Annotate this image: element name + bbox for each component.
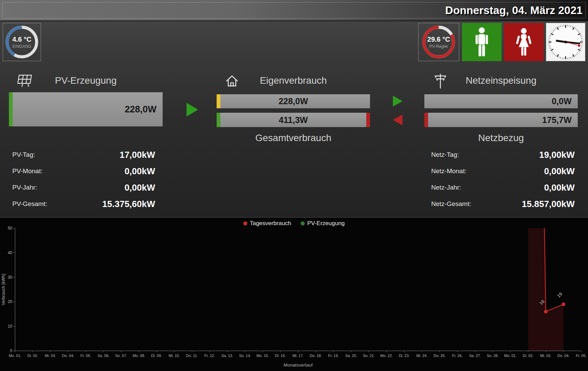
svg-text:Sa. 27.: Sa. 27.	[469, 354, 481, 358]
svg-text:Fr. 19.: Fr. 19.	[328, 354, 339, 358]
svg-text:10: 10	[8, 324, 13, 329]
header-date: Donnerstag, 04. März 2021	[445, 0, 583, 21]
svg-text:Fr. 05.: Fr. 05.	[576, 354, 586, 358]
pv-regler-gauge: 29.6 °C PV-Regler	[418, 23, 459, 61]
svg-text:Di. 23.: Di. 23.	[399, 354, 410, 358]
stat-row: PV-Monat: 0,00kW	[12, 163, 155, 180]
svg-text:So. 14.: So. 14.	[239, 354, 251, 358]
svg-text:So. 07.: So. 07.	[115, 354, 127, 358]
stat-label: Netz-Tag:	[431, 151, 459, 159]
flow-arrow-pv-to-house	[187, 103, 198, 116]
stat-value: 0,00kW	[124, 166, 155, 177]
feed-in-bar: 0,0W	[424, 94, 578, 108]
wc-men-button[interactable]	[462, 23, 502, 61]
svg-text:Mi. 03.: Mi. 03.	[45, 354, 56, 358]
input-temp-label: EINGANG	[12, 44, 31, 49]
stat-row: Netz-Jahr: 0,00kW	[431, 180, 575, 196]
grid-purchase-label: Netzbezug	[424, 133, 578, 143]
svg-text:Di. 16.: Di. 16.	[275, 354, 286, 358]
man-icon	[474, 27, 489, 57]
svg-text:Sa. 20.: Sa. 20.	[345, 354, 357, 358]
svg-text:50: 50	[8, 226, 13, 231]
svg-text:19: 19	[556, 291, 563, 299]
svg-text:Monatsverlauf: Monatsverlauf	[284, 362, 313, 368]
svg-text:Do. 11.: Do. 11.	[186, 354, 198, 358]
svg-text:Sa. 06.: Sa. 06.	[97, 354, 109, 358]
svg-text:20: 20	[8, 299, 13, 304]
stat-label: Netz-Monat:	[431, 167, 466, 175]
pv-power-bar: 228,0W	[9, 92, 163, 126]
grid-stats: Netz-Tag: 19,00kW Netz-Monat: 0,00kW Net…	[431, 147, 575, 212]
svg-text:Do. 25.: Do. 25.	[434, 354, 446, 358]
stat-value: 17,00kW	[120, 150, 155, 160]
pv-regler-value: 29.6 °C	[427, 36, 450, 43]
stat-row: PV-Gesamt: 15.375,60kW	[12, 196, 155, 212]
svg-text:Mi. 10.: Mi. 10.	[169, 354, 180, 358]
own-consumption-value: 228,0W	[217, 94, 370, 108]
svg-text:Mo. 01.: Mo. 01.	[9, 354, 22, 358]
svg-text:Di. 02.: Di. 02.	[27, 354, 38, 358]
total-consumption-label: Gesamtverbrauch	[217, 133, 370, 143]
svg-text:Do. 04.: Do. 04.	[62, 354, 74, 358]
pv-regler-label: PV-Regler	[429, 44, 448, 49]
svg-text:Mo. 08.: Mo. 08.	[133, 354, 145, 358]
pv-stats: PV-Tag: 17,00kW PV-Monat: 0,00kW PV-Jahr…	[12, 147, 155, 212]
stat-value: 0,00kW	[124, 182, 155, 193]
total-consumption-value: 411,3W	[217, 113, 370, 127]
svg-text:Do. 04.: Do. 04.	[557, 354, 569, 358]
svg-text:Sa. 13.: Sa. 13.	[221, 354, 233, 358]
header-bar: Donnerstag, 04. März 2021	[0, 0, 588, 21]
svg-text:Fr. 12.: Fr. 12.	[204, 354, 215, 358]
stat-row: PV-Jahr: 0,00kW	[12, 180, 155, 196]
stat-label: Netz-Jahr:	[431, 184, 461, 191]
stat-label: PV-Tag:	[12, 151, 35, 159]
pv-section-title: PV-Erzeugung	[9, 75, 163, 86]
main-panel: Donnerstag, 04. März 2021 4.6 °C EINGANG…	[0, 0, 588, 217]
pv-power-value: 228,0W	[9, 92, 163, 126]
stat-row: Netz-Tag: 19,00kW	[431, 147, 575, 163]
svg-text:Di. 02.: Di. 02.	[523, 354, 534, 358]
consumption-section-title: Eigenverbrauch	[217, 75, 370, 86]
svg-text:Mi. 03.: Mi. 03.	[540, 354, 551, 358]
svg-text:Mo. 15.: Mo. 15.	[257, 354, 269, 358]
svg-text:Mi. 24.: Mi. 24.	[416, 354, 427, 358]
grid-purchase-bar: 175,7W	[424, 113, 578, 127]
svg-text:So. 28.: So. 28.	[487, 354, 499, 358]
analog-clock	[546, 23, 585, 61]
stat-row: Netz-Monat: 0,00kW	[431, 163, 575, 180]
svg-text:Fr. 26.: Fr. 26.	[452, 354, 463, 358]
stat-value: 0,00kW	[544, 182, 575, 193]
stat-value: 15.375,60kW	[102, 199, 155, 209]
svg-text:Verbrauch [kWh]: Verbrauch [kWh]	[1, 274, 6, 305]
month-chart: 01020304050Mo. 01.Di. 02.Mi. 03.Do. 04.F…	[0, 218, 588, 371]
svg-text:Do. 18.: Do. 18.	[310, 354, 322, 358]
svg-text:Mo. 01.: Mo. 01.	[504, 354, 517, 358]
svg-text:40: 40	[8, 250, 13, 255]
wc-women-button[interactable]	[504, 23, 544, 61]
flow-arrow-house-to-grid	[393, 96, 402, 107]
stat-label: PV-Monat:	[12, 167, 43, 175]
clock-face	[546, 23, 585, 61]
svg-text:Di. 09.: Di. 09.	[151, 354, 162, 358]
svg-text:Mo. 22.: Mo. 22.	[380, 354, 393, 358]
stat-label: PV-Gesamt:	[12, 200, 47, 208]
svg-text:Fr. 05.: Fr. 05.	[81, 354, 91, 358]
svg-text:0: 0	[10, 348, 12, 353]
svg-text:30: 30	[8, 275, 13, 280]
stat-row: PV-Tag: 17,00kW	[12, 147, 155, 163]
stat-label: PV-Jahr:	[12, 184, 37, 191]
flow-arrow-grid-to-house	[393, 114, 402, 125]
total-consumption-bar: 411,3W	[217, 113, 370, 127]
grid-purchase-value: 175,7W	[424, 113, 578, 127]
woman-icon	[516, 27, 532, 57]
month-chart-section: Tagesverbrauch PV-Erzeugung 01020304050M…	[0, 217, 588, 371]
own-consumption-bar: 228,0W	[217, 94, 370, 108]
grid-section-title: Netzeinspeisung	[424, 75, 578, 86]
stat-row: Netz-Gesamt: 15.857,00kW	[431, 196, 575, 212]
stat-value: 15.857,00kW	[522, 199, 575, 209]
stat-value: 19,00kW	[539, 150, 575, 160]
svg-text:Mi. 17.: Mi. 17.	[292, 354, 304, 358]
input-temp-value: 4.6 °C	[12, 36, 31, 43]
stat-value: 0,00kW	[544, 166, 575, 177]
feed-in-value: 0,0W	[424, 94, 578, 108]
